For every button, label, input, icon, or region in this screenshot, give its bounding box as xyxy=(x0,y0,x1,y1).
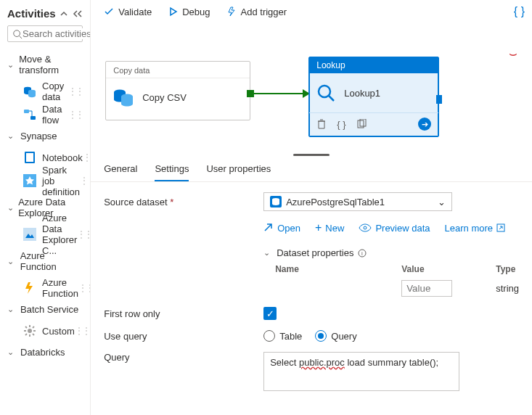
svg-line-16 xyxy=(33,334,34,335)
gear-icon xyxy=(23,324,36,337)
chevron-double-left-icon xyxy=(73,9,83,18)
node-title: Copy CSV xyxy=(142,92,187,103)
info-icon: i xyxy=(358,249,367,258)
query-textarea[interactable]: Select public.proc load summary table(); xyxy=(263,352,459,391)
svg-point-10 xyxy=(28,329,32,333)
copy-data-icon xyxy=(23,85,36,98)
svg-rect-4 xyxy=(24,110,29,113)
pipeline-toolbar: Validate Debug Add trigger { } xyxy=(91,0,532,23)
warning-icon: ⌣ xyxy=(509,46,517,62)
group-batch[interactable]: ⌄Batch Service xyxy=(7,300,83,319)
group-synapse[interactable]: ⌄Synapse xyxy=(7,126,83,146)
grip-icon: ⋮⋮ xyxy=(77,229,91,239)
grip-icon: ⋮⋮ xyxy=(78,283,91,293)
activity-azure-function[interactable]: Azure Function ⋮⋮ xyxy=(7,276,83,300)
grip-icon: ⋮⋮ xyxy=(68,86,83,96)
properties-tabs: General Settings User properties xyxy=(91,156,532,182)
activity-custom[interactable]: Custom ⋮⋮ xyxy=(7,319,83,342)
svg-line-15 xyxy=(25,326,27,328)
spark-icon xyxy=(23,174,36,187)
svg-point-21 xyxy=(319,86,330,97)
node-copy-data[interactable]: Copy data Copy CSV xyxy=(105,61,250,120)
activity-adx-command[interactable]: Azure Data Explorer C... ⋮⋮ xyxy=(7,223,83,246)
dp-type-cell: string xyxy=(496,283,519,294)
chevron-down-icon: ⌄ xyxy=(438,197,446,208)
delete-icon[interactable] xyxy=(316,119,327,129)
run-icon[interactable]: ➔ xyxy=(418,118,431,131)
validate-button[interactable]: Validate xyxy=(104,7,152,17)
node-heading: Lookup xyxy=(309,57,438,73)
activity-spark-job[interactable]: Spark job definition ⋮⋮ xyxy=(7,169,83,192)
radio-query[interactable]: Query xyxy=(315,330,356,342)
group-databricks[interactable]: ⌄Databricks xyxy=(7,342,83,362)
add-trigger-button[interactable]: Add trigger xyxy=(226,7,287,17)
preview-data-link[interactable]: Preview data xyxy=(359,223,430,234)
sidebar-title: Activities xyxy=(7,7,56,20)
search-input-wrap[interactable] xyxy=(7,25,83,42)
svg-line-22 xyxy=(329,96,334,101)
debug-button[interactable]: Debug xyxy=(168,7,210,17)
svg-rect-5 xyxy=(30,116,36,120)
svg-point-27 xyxy=(364,226,367,229)
tab-settings[interactable]: Settings xyxy=(155,163,189,181)
open-dataset-link[interactable]: Open xyxy=(263,223,300,234)
adx-icon xyxy=(23,228,36,241)
tab-general[interactable]: General xyxy=(104,163,137,181)
data-flow-icon xyxy=(23,108,36,121)
col-type: Type xyxy=(496,264,515,274)
radio-table[interactable]: Table xyxy=(263,330,302,342)
activity-data-flow[interactable]: Data flow ⋮⋮ xyxy=(7,103,83,126)
svg-text:i: i xyxy=(362,250,364,257)
output-port[interactable] xyxy=(436,95,442,104)
activities-sidebar: Activities ⌄Move & transform Copy data ⋮… xyxy=(0,0,91,415)
new-dataset-link[interactable]: +New xyxy=(315,221,344,234)
node-lookup[interactable]: Lookup Lookup1 { } ➔ xyxy=(308,57,439,137)
query-label: Query xyxy=(104,352,263,363)
settings-form: Source dataset * AzurePostgreSqlTable1 ⌄… xyxy=(91,182,532,415)
chevron-double-up-icon xyxy=(60,9,68,18)
svg-rect-7 xyxy=(26,153,33,162)
tab-user-properties[interactable]: User properties xyxy=(206,163,271,181)
connection-success[interactable] xyxy=(251,93,309,94)
sidebar-collapse[interactable] xyxy=(60,9,83,18)
pipeline-canvas[interactable]: ⌣ Copy data Copy CSV Lookup Lookup1 { } … xyxy=(91,23,532,151)
source-dataset-label: Source dataset * xyxy=(104,197,263,208)
first-row-checkbox[interactable]: ✓ xyxy=(263,307,277,320)
lookup-icon xyxy=(316,83,335,102)
svg-line-17 xyxy=(25,334,27,335)
col-value: Value xyxy=(401,264,452,274)
dataset-properties-toggle[interactable]: ⌄Dataset properties i xyxy=(263,247,519,258)
svg-rect-9 xyxy=(23,228,36,241)
node-title: Lookup1 xyxy=(344,88,380,99)
code-icon[interactable]: { } xyxy=(337,119,345,130)
search-input[interactable] xyxy=(22,28,91,39)
dp-value-input[interactable] xyxy=(401,280,452,297)
grip-icon: ⋮⋮ xyxy=(75,326,89,336)
main-area: Validate Debug Add trigger { } ⌣ Copy da… xyxy=(91,0,532,415)
source-dataset-dropdown[interactable]: AzurePostgreSqlTable1 ⌄ xyxy=(263,192,452,211)
group-label: Move & transform xyxy=(19,54,83,75)
group-azure-function[interactable]: ⌄Azure Function xyxy=(7,246,83,276)
copy-data-icon xyxy=(113,87,134,107)
grip-icon: ⋮⋮ xyxy=(68,110,83,120)
notebook-icon xyxy=(23,151,36,164)
dataset-icon xyxy=(270,196,282,208)
svg-point-0 xyxy=(14,30,20,36)
col-name: Name xyxy=(275,264,358,274)
svg-line-18 xyxy=(33,326,34,328)
learn-more-link[interactable]: Learn more xyxy=(445,223,505,234)
search-icon xyxy=(12,29,22,39)
clone-icon[interactable] xyxy=(356,119,367,129)
grip-icon: ⋮⋮ xyxy=(83,152,91,163)
grip-icon: ⋮⋮ xyxy=(80,176,91,186)
svg-line-1 xyxy=(20,36,22,38)
first-row-label: First row only xyxy=(104,308,263,319)
group-move-transform[interactable]: ⌄Move & transform xyxy=(7,49,83,80)
function-icon xyxy=(23,282,36,295)
activity-copy-data[interactable]: Copy data ⋮⋮ xyxy=(7,80,83,103)
code-view-button[interactable]: { } xyxy=(514,5,525,18)
use-query-label: Use query xyxy=(104,331,263,342)
node-heading: Copy data xyxy=(106,62,250,78)
